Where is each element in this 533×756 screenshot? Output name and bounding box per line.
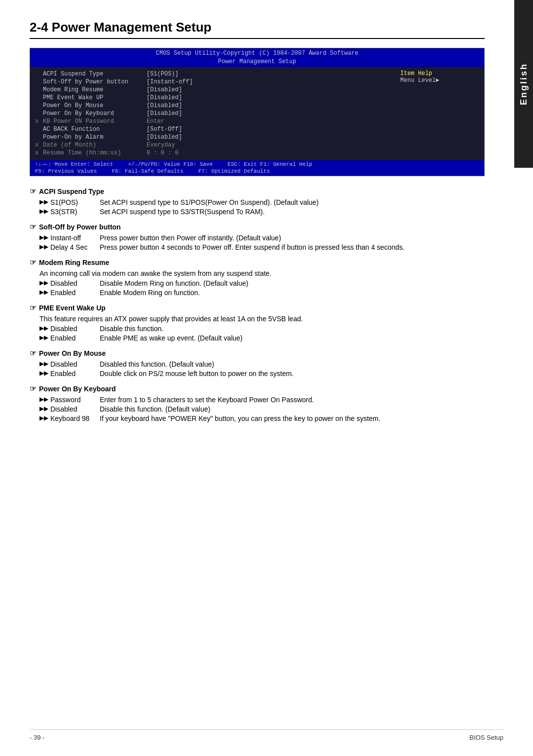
section-title-power-on-by-mouse: ☞Power On By Mouse: [30, 349, 485, 358]
bios-item-help-label: Item Help: [400, 70, 479, 77]
section-title-pme-event-wake-up: ☞PME Event Wake Up: [30, 303, 485, 312]
item-desc: Disable this function. (Default value): [100, 405, 485, 413]
item-row: ▶▶PasswordEnter from 1 to 5 characters t…: [30, 396, 485, 404]
section-power-on-by-mouse: ☞Power On By Mouse▶▶DisabledDisabled thi…: [30, 349, 485, 378]
item-desc: Press power button then Power off instan…: [100, 234, 485, 242]
bios-row: xResume Time (hh:mm:ss)0 : 0 : 0: [35, 149, 390, 157]
section-title-modem-ring-resume: ☞Modem Ring Resume: [30, 258, 485, 267]
english-label: English: [519, 63, 529, 105]
section-intro: An incoming call via modem can awake the…: [30, 269, 485, 277]
item-desc: If your keyboard have "POWER Key" button…: [100, 415, 485, 422]
bios-row: Power-On by Alarm[Disabled]: [35, 133, 390, 141]
bios-row: PME Event Wake UP[Disabled]: [35, 94, 390, 102]
item-arrow-icon: ▶▶: [39, 198, 48, 206]
item-arrow-icon: ▶▶: [39, 279, 48, 287]
section-icon: ☞: [30, 349, 36, 358]
bios-screenshot: CMOS Setup Utility-Copyright (C) 1984-20…: [30, 48, 485, 176]
bios-row: Soft-Off by Power button[Instant-off]: [35, 78, 390, 86]
item-key: Enabled: [50, 289, 100, 297]
item-arrow-icon: ▶▶: [39, 405, 48, 413]
item-desc: Set ACPI suspend type to S3/STR(Suspend …: [100, 208, 485, 216]
footer-page-number: - 39 -: [30, 734, 44, 741]
section-title-power-on-by-keyboard: ☞Power On By Keyboard: [30, 384, 485, 393]
section-soft-off-power-button: ☞Soft-Off by Power button▶▶Instant-offPr…: [30, 223, 485, 251]
bios-row: xKB Power ON PasswordEnter: [35, 117, 390, 125]
item-desc: Disable this function.: [100, 325, 485, 333]
item-key: Enabled: [50, 370, 100, 378]
section-acpi-suspend-type: ☞ACPI Suspend Type▶▶S1(POS)Set ACPI susp…: [30, 187, 485, 216]
bios-footer-row1: ↑↓→←: Move Enter: Select+/-/PU/PD: Value…: [35, 161, 479, 167]
item-desc: Double click on PS/2 mouse left button t…: [100, 370, 485, 378]
item-arrow-icon: ▶▶: [39, 289, 48, 297]
item-row: ▶▶DisabledDisabled this function. (Defau…: [30, 360, 485, 368]
item-row: ▶▶DisabledDisable Modem Ring on function…: [30, 279, 485, 287]
item-row: ▶▶DisabledDisable this function.: [30, 325, 485, 333]
item-row: ▶▶Instant-offPress power button then Pow…: [30, 234, 485, 242]
bios-footer: ↑↓→←: Move Enter: Select+/-/PU/PD: Value…: [30, 160, 484, 176]
item-key: Disabled: [50, 405, 100, 413]
item-key: Disabled: [50, 279, 100, 287]
bios-help-panel: Item Help Menu Level►: [395, 69, 484, 158]
item-arrow-icon: ▶▶: [39, 243, 48, 251]
item-arrow-icon: ▶▶: [39, 360, 48, 368]
item-key: Instant-off: [50, 234, 100, 242]
bios-header2: Power Management Setup: [30, 58, 484, 67]
sections-container: ☞ACPI Suspend Type▶▶S1(POS)Set ACPI susp…: [30, 187, 485, 422]
item-arrow-icon: ▶▶: [39, 415, 48, 422]
section-intro: This feature requires an ATX power suppl…: [30, 315, 485, 323]
bios-row: ACPI Suspend Type[S1(POS)]: [35, 70, 390, 78]
item-key: Enabled: [50, 334, 100, 342]
section-icon: ☞: [30, 223, 36, 231]
item-row: ▶▶EnabledEnable Modem Ring on function.: [30, 289, 485, 297]
bios-row: xDate (of Month)Everyday: [35, 141, 390, 149]
page-footer: - 39 - BIOS Setup: [30, 729, 503, 741]
bios-menu-level-label: Menu Level►: [400, 77, 479, 84]
item-row: ▶▶S1(POS)Set ACPI suspend type to S1/POS…: [30, 198, 485, 206]
item-row: ▶▶Delay 4 SecPress power button 4 second…: [30, 243, 485, 251]
item-row: ▶▶EnabledEnable PME as wake up event. (D…: [30, 334, 485, 342]
item-desc: Enter from 1 to 5 characters to set the …: [100, 396, 485, 404]
item-key: S1(POS): [50, 198, 100, 206]
section-icon: ☞: [30, 303, 36, 312]
item-arrow-icon: ▶▶: [39, 208, 48, 216]
section-icon: ☞: [30, 384, 36, 393]
footer-section-name: BIOS Setup: [469, 734, 503, 741]
bios-row: Power On By Keyboard[Disabled]: [35, 110, 390, 117]
item-arrow-icon: ▶▶: [39, 370, 48, 378]
item-desc: Press power button 4 seconds to Power of…: [100, 243, 485, 251]
item-key: Disabled: [50, 325, 100, 333]
item-row: ▶▶EnabledDouble click on PS/2 mouse left…: [30, 370, 485, 378]
item-arrow-icon: ▶▶: [39, 234, 48, 242]
item-row: ▶▶DisabledDisable this function. (Defaul…: [30, 405, 485, 413]
item-desc: Disable Modem Ring on function. (Default…: [100, 279, 485, 287]
item-key: Disabled: [50, 360, 100, 368]
item-desc: Enable PME as wake up event. (Default va…: [100, 334, 485, 342]
bios-row: Modem Ring Resume[Disabled]: [35, 86, 390, 94]
item-row: ▶▶Keyboard 98If your keyboard have "POWE…: [30, 415, 485, 422]
section-modem-ring-resume: ☞Modem Ring ResumeAn incoming call via m…: [30, 258, 485, 297]
bios-row: AC BACK Function[Soft-Off]: [35, 125, 390, 133]
item-key: Keyboard 98: [50, 415, 100, 422]
item-arrow-icon: ▶▶: [39, 325, 48, 333]
item-arrow-icon: ▶▶: [39, 396, 48, 404]
bios-row: Power On By Mouse[Disabled]: [35, 102, 390, 110]
item-desc: Set ACPI suspend type to S1/POS(Power On…: [100, 198, 485, 206]
page-title: 2-4 Power Management Setup: [30, 20, 485, 39]
english-tab: English: [514, 0, 533, 168]
bios-header1: CMOS Setup Utility-Copyright (C) 1984-20…: [30, 48, 484, 58]
item-key: Delay 4 Sec: [50, 243, 100, 251]
section-title-soft-off-power-button: ☞Soft-Off by Power button: [30, 223, 485, 231]
item-arrow-icon: ▶▶: [39, 334, 48, 342]
item-key: S3(STR): [50, 208, 100, 216]
section-title-acpi-suspend-type: ☞ACPI Suspend Type: [30, 187, 485, 196]
bios-footer-row2: F5: Previous ValuesF6: Fail-Safe Default…: [35, 168, 479, 174]
section-power-on-by-keyboard: ☞Power On By Keyboard▶▶PasswordEnter fro…: [30, 384, 485, 422]
item-key: Password: [50, 396, 100, 404]
item-desc: Enable Modem Ring on function.: [100, 289, 485, 297]
item-row: ▶▶S3(STR)Set ACPI suspend type to S3/STR…: [30, 208, 485, 216]
item-desc: Disabled this function. (Default value): [100, 360, 485, 368]
section-pme-event-wake-up: ☞PME Event Wake UpThis feature requires …: [30, 303, 485, 342]
section-icon: ☞: [30, 187, 36, 196]
section-icon: ☞: [30, 258, 36, 267]
bios-settings-list: ACPI Suspend Type[S1(POS)] Soft-Off by P…: [30, 69, 395, 158]
